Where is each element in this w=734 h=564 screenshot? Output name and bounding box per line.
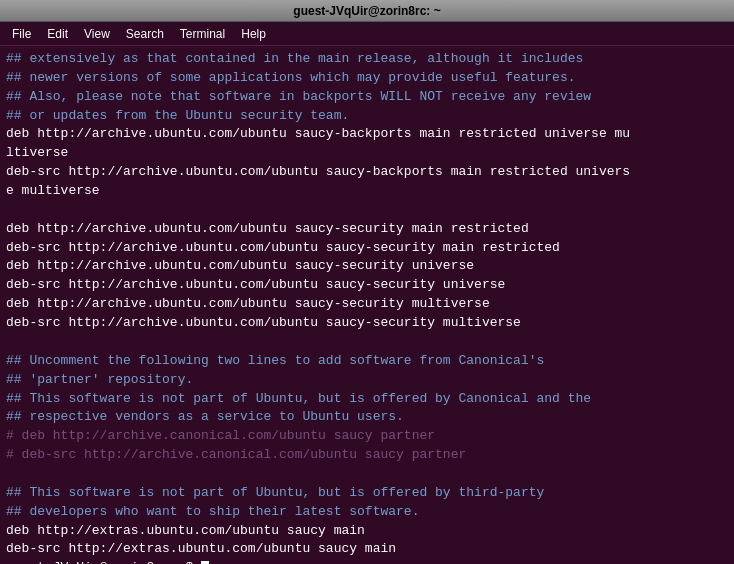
terminal-line: ## 'partner' repository. <box>6 371 728 390</box>
menu-item-terminal[interactable]: Terminal <box>172 25 233 43</box>
terminal-line: ## newer versions of some applications w… <box>6 69 728 88</box>
terminal-line: deb-src http://archive.ubuntu.com/ubuntu… <box>6 163 728 182</box>
terminal-line: deb-src http://extras.ubuntu.com/ubuntu … <box>6 540 728 559</box>
menu-item-edit[interactable]: Edit <box>39 25 76 43</box>
terminal-line: ## Uncomment the following two lines to … <box>6 352 728 371</box>
terminal-prompt-line: guest-JVqUir@zorin8rc:~$ <box>6 559 728 564</box>
terminal-line: deb-src http://archive.ubuntu.com/ubuntu… <box>6 314 728 333</box>
menu-item-search[interactable]: Search <box>118 25 172 43</box>
menu-item-view[interactable]: View <box>76 25 118 43</box>
terminal-line: ## This software is not part of Ubuntu, … <box>6 484 728 503</box>
terminal-line: # deb http://archive.canonical.com/ubunt… <box>6 427 728 446</box>
terminal-content[interactable]: ## extensively as that contained in the … <box>0 46 734 564</box>
terminal-line: # deb-src http://archive.canonical.com/u… <box>6 446 728 465</box>
terminal-line: ## This software is not part of Ubuntu, … <box>6 390 728 409</box>
menu-item-help[interactable]: Help <box>233 25 274 43</box>
terminal-line: deb http://archive.ubuntu.com/ubuntu sau… <box>6 125 728 144</box>
terminal-line: ## Also, please note that software in ba… <box>6 88 728 107</box>
terminal-line: e multiverse <box>6 182 728 201</box>
terminal-line: deb http://extras.ubuntu.com/ubuntu sauc… <box>6 522 728 541</box>
menu-bar: FileEditViewSearchTerminalHelp <box>0 22 734 46</box>
terminal-line: ## extensively as that contained in the … <box>6 50 728 69</box>
menu-item-file[interactable]: File <box>4 25 39 43</box>
title-bar-text: guest-JVqUir@zorin8rc: ~ <box>293 4 440 18</box>
terminal-line <box>6 333 728 352</box>
terminal-line: ## respective vendors as a service to Ub… <box>6 408 728 427</box>
terminal-line <box>6 465 728 484</box>
terminal-prompt: guest-JVqUir@zorin8rc:~$ <box>6 560 201 564</box>
terminal-line: deb http://archive.ubuntu.com/ubuntu sau… <box>6 295 728 314</box>
terminal-line: deb-src http://archive.ubuntu.com/ubuntu… <box>6 276 728 295</box>
terminal-line: ltiverse <box>6 144 728 163</box>
terminal-line: ## or updates from the Ubuntu security t… <box>6 107 728 126</box>
terminal-line: deb http://archive.ubuntu.com/ubuntu sau… <box>6 257 728 276</box>
terminal-line: ## developers who want to ship their lat… <box>6 503 728 522</box>
terminal-line: deb http://archive.ubuntu.com/ubuntu sau… <box>6 220 728 239</box>
terminal-line: deb-src http://archive.ubuntu.com/ubuntu… <box>6 239 728 258</box>
terminal-line <box>6 201 728 220</box>
title-bar: guest-JVqUir@zorin8rc: ~ <box>0 0 734 22</box>
